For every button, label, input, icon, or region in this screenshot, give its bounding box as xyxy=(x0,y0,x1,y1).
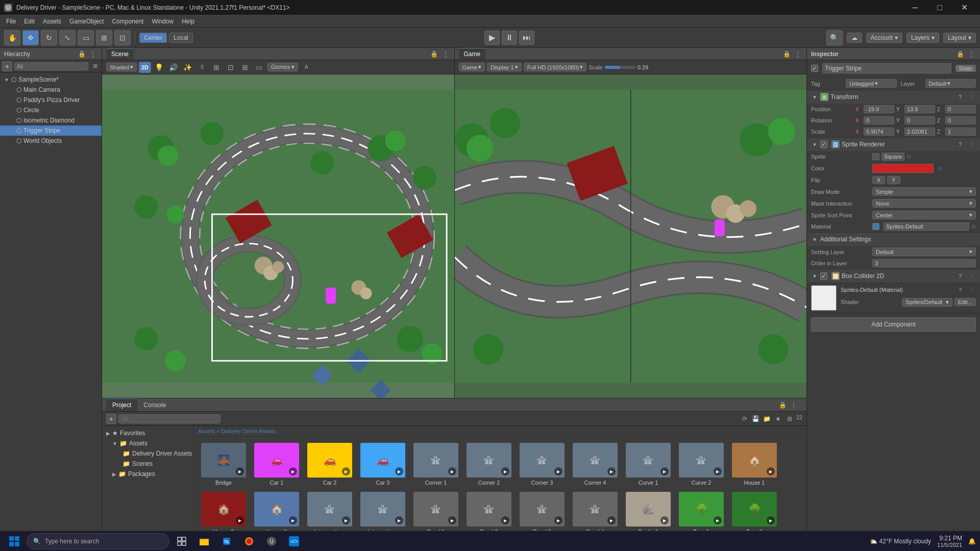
asset-play-button[interactable]: ▶ xyxy=(714,467,722,475)
asset-item-corner_1[interactable]: 🛣 ▶ Corner 1 xyxy=(410,441,461,488)
color-link-icon[interactable]: ⊙ xyxy=(938,165,942,172)
asset-item-bridge[interactable]: 🌉 ▶ Bridge xyxy=(198,441,249,488)
asset-item-house_3[interactable]: 🏠 ▶ House 3 xyxy=(251,490,302,533)
color-swatch[interactable] xyxy=(872,164,934,173)
hierarchy-more-icon[interactable]: ⋮ xyxy=(88,49,97,59)
additional-settings-header[interactable]: ▼ Additional Settings xyxy=(807,233,980,246)
position-y-input[interactable] xyxy=(904,105,935,113)
transform-more-icon[interactable]: ⋮ xyxy=(967,92,976,102)
favorites-item[interactable]: ▶ ★ Favorites xyxy=(102,428,193,438)
asset-play-button[interactable]: ▶ xyxy=(448,467,456,475)
search-button[interactable]: 🔍 xyxy=(826,30,843,45)
sprite-renderer-active-checkbox[interactable]: ✓ xyxy=(820,141,827,148)
taskbar-search-bar[interactable]: 🔍 Type here to search xyxy=(27,533,169,549)
sprite-renderer-header[interactable]: ▼ ✓ 🖼 Sprite Renderer ? ⋮ xyxy=(807,138,980,151)
pause-button[interactable]: ⏸ xyxy=(502,31,517,45)
asset-play-button[interactable]: ▶ xyxy=(448,516,456,524)
mask-dropdown[interactable]: None ▾ xyxy=(872,199,976,208)
inspector-more-icon[interactable]: ⋮ xyxy=(967,49,976,59)
asset-play-button[interactable]: ▶ xyxy=(660,516,669,524)
shader-dropdown[interactable]: Sprites/Default ▾ xyxy=(902,298,952,307)
project-filter-icon[interactable]: ⊞ xyxy=(785,414,794,423)
material-more-icon[interactable]: ⋮ xyxy=(967,285,976,294)
order-layer-input[interactable] xyxy=(872,259,976,267)
box-collider-help-icon[interactable]: ? xyxy=(955,271,965,281)
material-help-icon[interactable]: ? xyxy=(955,285,965,294)
center-pivot-button[interactable]: Center xyxy=(139,33,167,43)
packages-item[interactable]: ▶ 📁 Packages xyxy=(102,469,193,479)
edit-button[interactable]: Edit... xyxy=(954,298,976,306)
hierarchy-item-main_camera[interactable]: ⬡Main Camera xyxy=(0,85,102,95)
asset-item-corner_4[interactable]: 🛣 ▶ Corner 4 xyxy=(570,441,621,488)
project-save-icon[interactable]: 💾 xyxy=(751,414,761,423)
hierarchy-lock-icon[interactable]: 🔒 xyxy=(77,49,86,59)
asset-play-button[interactable]: ▶ xyxy=(554,516,562,524)
gizmos-dropdown[interactable]: Gizmos ▾ xyxy=(267,63,298,71)
asset-play-button[interactable]: ▶ xyxy=(342,516,350,524)
asset-item-intersectio___[interactable]: 🛣 ▶ Intersectio... xyxy=(357,490,408,533)
asset-item-intersectio___[interactable]: 🛣 ▶ Intersectio... xyxy=(304,490,355,533)
scene-move-icon[interactable]: ⊞ xyxy=(239,62,251,73)
game-more-icon[interactable]: ⋮ xyxy=(793,49,802,59)
project-more-icon[interactable]: ⋮ xyxy=(789,400,798,410)
asset-play-button[interactable]: ▶ xyxy=(660,467,669,475)
play-button[interactable]: ▶ xyxy=(484,31,500,45)
game-lock-icon[interactable]: 🔒 xyxy=(782,49,791,59)
hierarchy-item-world_objects[interactable]: ⬡World Objects xyxy=(0,136,102,146)
custom-tool-button[interactable]: ⊡ xyxy=(114,30,131,45)
asset-play-button[interactable]: ▶ xyxy=(501,516,509,524)
notification-area[interactable]: 🔔 xyxy=(968,538,976,545)
hierarchy-item-paddy_s_pizza_driver[interactable]: ⬡Paddy's Pizza Driver xyxy=(0,95,102,105)
asset-item-curve_1[interactable]: 🛣 ▶ Curve 1 xyxy=(623,441,674,488)
scene-view[interactable] xyxy=(102,74,454,398)
assets-item[interactable]: ▼ 📁 Assets xyxy=(102,438,193,448)
scene-search-icon[interactable]: A xyxy=(300,62,312,73)
scene-light-icon[interactable]: 💡 xyxy=(153,62,165,73)
box-collider-header[interactable]: ▼ ✓ ⬜ Box Collider 2D ? ⋮ xyxy=(807,269,980,283)
transform-tool-button[interactable]: ⊞ xyxy=(96,30,112,45)
hierarchy-add-button[interactable]: + xyxy=(2,61,12,71)
layers-dropdown[interactable]: Layers ▾ xyxy=(906,33,939,43)
scene-lock-icon[interactable]: 🔒 xyxy=(430,49,439,59)
project-add-button[interactable]: + xyxy=(106,414,116,424)
asset-play-button[interactable]: ▶ xyxy=(714,516,722,524)
box-collider-active-checkbox[interactable]: ✓ xyxy=(820,272,827,280)
asset-item-house_1[interactable]: 🏠 ▶ House 1 xyxy=(729,441,780,488)
rotation-z-input[interactable] xyxy=(945,116,976,124)
hierarchy-item-isometric_diamond[interactable]: ⬡Isometric Diamond xyxy=(0,115,102,126)
menu-item-gameobject[interactable]: GameObject xyxy=(65,15,108,27)
maximize-button[interactable]: □ xyxy=(928,0,951,15)
object-name-field[interactable]: Trigger Stripe xyxy=(822,63,951,73)
windows-start-button[interactable] xyxy=(4,531,24,552)
browser-button[interactable] xyxy=(239,531,259,552)
hierarchy-item-circle[interactable]: ⬡Circle xyxy=(0,105,102,115)
scene-more-icon[interactable]: ⋮ xyxy=(441,49,450,59)
shading-dropdown[interactable]: Shaded ▾ xyxy=(106,63,137,71)
asset-play-button[interactable]: ▶ xyxy=(236,516,244,524)
draw-mode-dropdown[interactable]: Simple ▾ xyxy=(872,187,976,196)
sprite-link-icon[interactable]: ⊙ xyxy=(906,154,911,160)
asset-item-road_4[interactable]: 🛣 ▶ Road 4 xyxy=(570,490,621,533)
flip-x-button[interactable]: X xyxy=(872,176,885,184)
position-x-input[interactable] xyxy=(864,105,894,113)
layer-dropdown[interactable]: Default ▾ xyxy=(925,79,976,88)
menu-item-window[interactable]: Window xyxy=(148,15,178,27)
hierarchy-item-trigger_stripe[interactable]: ⬡Trigger Stripe xyxy=(0,126,102,136)
scene-tab[interactable]: Scene xyxy=(106,48,134,60)
hierarchy-scene-icon[interactable]: ⊞ xyxy=(90,62,100,71)
menu-item-help[interactable]: Help xyxy=(178,15,199,27)
menu-item-assets[interactable]: Assets xyxy=(39,15,65,27)
menu-item-file[interactable]: File xyxy=(2,15,20,27)
layout-dropdown[interactable]: Layout ▾ xyxy=(943,33,976,43)
resolution-dropdown[interactable]: Full HD (980x551) ▾ xyxy=(524,63,587,71)
vscode-button[interactable]: </> xyxy=(284,531,304,552)
asset-item-road_2[interactable]: 🛣 ▶ Road 2 xyxy=(463,490,514,533)
scale-slider[interactable] xyxy=(605,66,635,69)
asset-item-tree_2[interactable]: 🌳 ▶ Tree 2 xyxy=(729,490,780,533)
asset-item-car_3[interactable]: 🚗 ▶ Car 3 xyxy=(357,441,408,488)
hierarchy-item-samplescene_[interactable]: ▼⬡SampleScene* xyxy=(0,74,102,85)
asset-item-corner_3[interactable]: 🛣 ▶ Corner 3 xyxy=(517,441,568,488)
delivery-driver-assets-item[interactable]: 📁 Delivery Driver Assets xyxy=(102,448,193,459)
project-star-icon[interactable]: ★ xyxy=(774,414,783,423)
sorting-layer-dropdown[interactable]: Default ▾ xyxy=(872,247,976,256)
